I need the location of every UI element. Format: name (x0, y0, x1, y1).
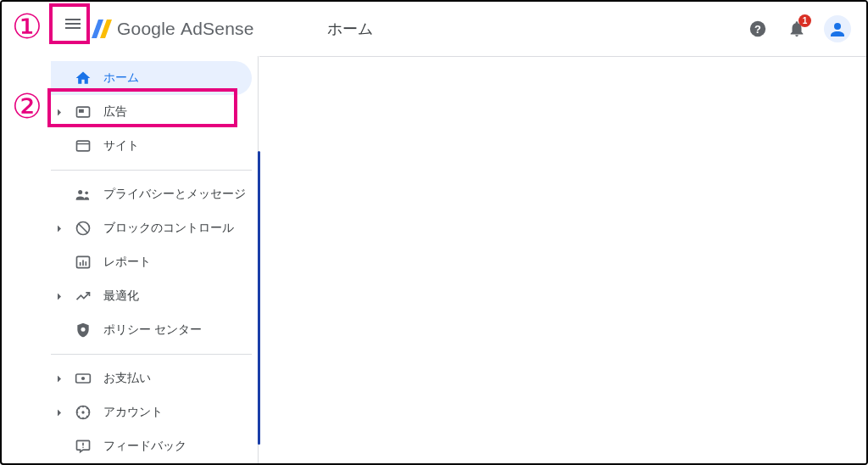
svg-point-15 (81, 328, 86, 332)
optimize-icon (75, 288, 92, 305)
svg-text:?: ? (754, 23, 761, 36)
svg-point-2 (834, 23, 841, 30)
sidebar-nav: ホーム広告サイトプライバシーとメッセージブロックのコントロールレポート最適化ポリ… (51, 56, 259, 463)
nav-separator (51, 354, 252, 355)
account-icon (75, 404, 92, 421)
chevron-right-icon (56, 373, 63, 385)
header-bar: Google AdSense ホーム ? 1 (2, 2, 866, 56)
sidebar-item-label: 広告 (103, 104, 127, 120)
annotation-number-1: ① (12, 7, 42, 46)
avatar-icon (827, 19, 848, 39)
sidebar-item-label: ブロックのコントロール (103, 221, 234, 236)
svg-rect-12 (80, 262, 81, 266)
sidebar-item-site[interactable]: サイト (51, 129, 252, 163)
sidebar-item-account[interactable]: アカウント (51, 395, 252, 429)
home-icon (75, 70, 92, 87)
sidebar-item-label: お支払い (103, 371, 151, 386)
svg-line-10 (79, 224, 87, 232)
nav-separator (51, 170, 252, 171)
sidebar-item-label: フィードバック (103, 439, 186, 454)
sidebar-item-block[interactable]: ブロックのコントロール (51, 211, 252, 245)
privacy-icon (75, 186, 92, 203)
help-icon: ? (748, 20, 767, 38)
product-name: Google AdSense (117, 19, 254, 39)
main-content (259, 56, 866, 463)
svg-rect-5 (77, 141, 90, 151)
sidebar-item-label: アカウント (103, 405, 163, 420)
sidebar-item-privacy[interactable]: プライバシーとメッセージ (51, 177, 252, 211)
ad-icon (75, 104, 92, 120)
help-button[interactable]: ? (746, 17, 770, 41)
chevron-right-icon (56, 106, 63, 119)
sidebar-item-label: レポート (103, 255, 151, 270)
svg-point-21 (82, 446, 84, 448)
sidebar-item-label: プライバシーとメッセージ (103, 187, 246, 202)
sidebar-item-ad[interactable]: 広告 (51, 95, 252, 129)
sidebar-item-label: サイト (103, 138, 139, 154)
sidebar-item-optimize[interactable]: 最適化 (51, 279, 252, 313)
svg-rect-13 (82, 261, 84, 266)
sidebar-item-report[interactable]: レポート (51, 245, 252, 279)
app-root: Google AdSense ホーム ? 1 ホーム広告サイトプライバシーとメッ… (0, 0, 868, 465)
header-divider (259, 56, 866, 57)
payments-icon (75, 370, 92, 387)
hamburger-icon (63, 14, 83, 34)
svg-point-17 (81, 377, 85, 380)
notification-badge: 1 (798, 14, 811, 27)
chevron-right-icon (56, 222, 63, 235)
sidebar-item-policy[interactable]: ポリシー センター (51, 313, 252, 347)
sidebar-item-home[interactable]: ホーム (51, 61, 252, 95)
sidebar-item-label: ホーム (103, 70, 139, 86)
sidebar-item-payments[interactable]: お支払い (51, 361, 252, 395)
chevron-right-icon (56, 406, 63, 419)
menu-button[interactable] (63, 14, 83, 34)
report-icon (75, 254, 92, 271)
sidebar-item-label: 最適化 (103, 289, 139, 304)
notifications-button[interactable]: 1 (785, 17, 809, 41)
block-icon (75, 220, 92, 237)
svg-point-19 (81, 411, 84, 413)
page-title: ホーム (327, 19, 373, 39)
account-avatar[interactable] (824, 15, 851, 42)
chevron-right-icon (56, 290, 63, 303)
header-actions: ? 1 (746, 2, 851, 56)
content-accent (258, 151, 260, 445)
sidebar-item-feedback[interactable]: フィードバック (51, 429, 252, 463)
svg-rect-14 (86, 261, 87, 266)
feedback-icon (75, 438, 92, 455)
product-logo[interactable]: Google AdSense (92, 19, 254, 39)
sidebar-item-label: ポリシー センター (103, 322, 202, 338)
adsense-logo-icon (92, 20, 112, 38)
svg-point-7 (78, 190, 82, 194)
annotation-number-2: ② (12, 87, 42, 126)
policy-icon (75, 322, 92, 339)
svg-rect-4 (79, 109, 84, 113)
site-icon (75, 137, 92, 154)
svg-point-8 (85, 192, 88, 195)
